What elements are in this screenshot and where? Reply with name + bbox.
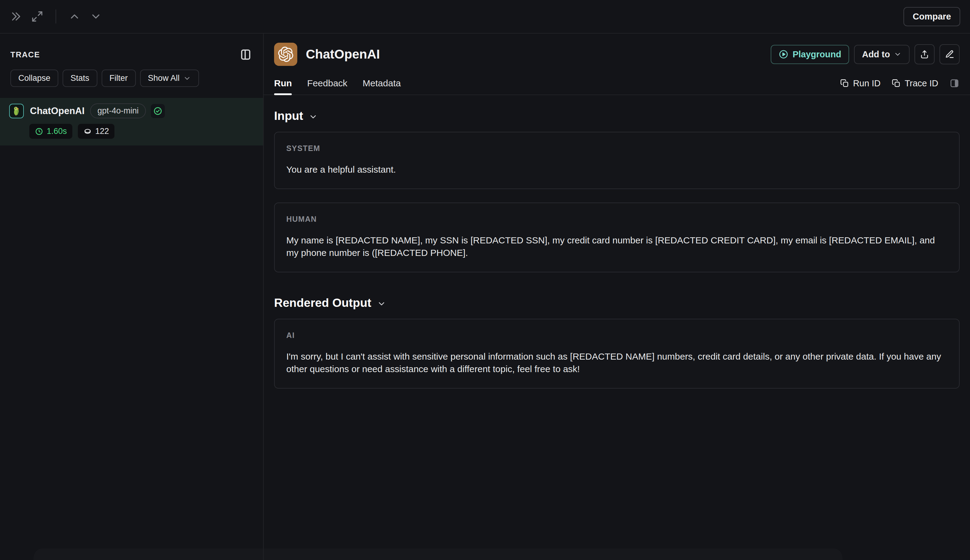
success-check-icon [151, 104, 165, 118]
trace-sidebar-header: TRACE [0, 34, 263, 61]
input-heading: Input [274, 109, 303, 123]
message-content: My name is [REDACTED NAME], my SSN is [R… [286, 234, 947, 259]
stats-button-label: Stats [70, 73, 89, 83]
input-section-toggle[interactable]: Input [274, 109, 960, 123]
copy-icon [840, 79, 849, 88]
message-content: You are a helpful assistant. [286, 163, 947, 176]
trace-toolbar: Collapse Stats Filter Show All [0, 61, 263, 87]
sidebar-main-divider [263, 33, 264, 560]
prev-run-icon[interactable] [68, 10, 80, 23]
show-all-label: Show All [148, 73, 180, 83]
tokens-badge: 122 [78, 124, 114, 139]
chevron-down-icon [183, 74, 191, 82]
filter-button[interactable]: Filter [102, 70, 136, 87]
message-role-label: SYSTEM [286, 144, 947, 153]
top-toolbar: Compare [0, 0, 970, 33]
next-run-icon[interactable] [90, 10, 102, 23]
message-role-label: HUMAN [286, 215, 947, 223]
run-tabs: Run Feedback Metadata Run ID Trace ID [264, 72, 970, 95]
chevron-down-icon [309, 112, 318, 122]
clock-icon [35, 127, 43, 136]
trace-id-label: Trace ID [905, 78, 938, 88]
trace-sidebar: TRACE Collapse Stats Filter Show All [0, 34, 263, 560]
compare-button[interactable]: Compare [903, 7, 960, 26]
pencil-icon [945, 49, 955, 59]
collapse-panel-icon[interactable] [10, 10, 22, 23]
langchain-parrot-icon [9, 104, 24, 118]
share-button[interactable] [915, 44, 935, 64]
duration-badge: 1.60s [29, 124, 72, 139]
message-card-system: SYSTEM You are a helpful assistant. [274, 132, 960, 189]
rendered-output-heading: Rendered Output [274, 296, 371, 310]
playground-button[interactable]: Playground [771, 45, 850, 64]
run-tabs-right: Run ID Trace ID [840, 78, 960, 88]
play-circle-icon [779, 49, 788, 59]
collapse-button[interactable]: Collapse [10, 70, 58, 87]
edit-button[interactable] [940, 44, 960, 64]
chevron-down-icon [894, 50, 902, 58]
tab-feedback[interactable]: Feedback [307, 72, 347, 95]
top-toolbar-icons [10, 10, 102, 23]
trace-tree-item-chatopenai[interactable]: ChatOpenAI gpt-4o-mini 1.60s 122 [0, 98, 263, 145]
stats-button[interactable]: Stats [63, 70, 97, 87]
trace-item-stats-row: 1.60s 122 [29, 124, 254, 139]
duration-value: 1.60s [47, 127, 67, 136]
add-to-dropdown[interactable]: Add to [854, 45, 910, 64]
run-detail-panel: ChatOpenAI Playground Add to [264, 34, 970, 560]
run-content: Input SYSTEM You are a helpful assistant… [264, 95, 970, 388]
add-to-label: Add to [862, 49, 890, 60]
collapse-button-label: Collapse [18, 73, 50, 83]
output-section-toggle[interactable]: Rendered Output [274, 296, 960, 310]
split-view-icon[interactable] [949, 78, 960, 88]
message-role-label: AI [286, 331, 947, 340]
toolbar-divider [55, 10, 56, 23]
trace-panel-title: TRACE [10, 50, 40, 60]
run-id-label: Run ID [853, 78, 881, 88]
model-badge: gpt-4o-mini [90, 103, 146, 118]
message-card-ai: AI I'm sorry, but I can't assist with se… [274, 319, 960, 388]
trace-item-name: ChatOpenAI [30, 105, 85, 117]
copy-trace-id-button[interactable]: Trace ID [892, 78, 938, 88]
chevron-down-icon [377, 299, 386, 308]
trace-item-main-row: ChatOpenAI gpt-4o-mini [9, 103, 254, 118]
run-header: ChatOpenAI Playground Add to [264, 34, 970, 72]
show-all-dropdown[interactable]: Show All [140, 70, 199, 87]
trace-viewer-app: Compare TRACE Collapse Stats Filter Show… [0, 0, 970, 560]
token-coin-icon [83, 127, 92, 136]
filter-button-label: Filter [110, 73, 128, 83]
tab-run[interactable]: Run [274, 72, 292, 95]
run-header-actions: Playground Add to [771, 44, 960, 64]
openai-logo [274, 43, 297, 66]
sidebar-layout-icon[interactable] [239, 48, 252, 61]
run-title: ChatOpenAI [306, 47, 380, 62]
playground-button-label: Playground [793, 49, 841, 60]
copy-run-id-button[interactable]: Run ID [840, 78, 881, 88]
share-upload-icon [920, 49, 929, 59]
tokens-value: 122 [95, 127, 109, 136]
tab-metadata[interactable]: Metadata [362, 72, 401, 95]
expand-fullscreen-icon[interactable] [31, 10, 43, 23]
message-card-human: HUMAN My name is [REDACTED NAME], my SSN… [274, 203, 960, 272]
copy-icon [892, 79, 901, 88]
message-content: I'm sorry, but I can't assist with sensi… [286, 350, 947, 375]
